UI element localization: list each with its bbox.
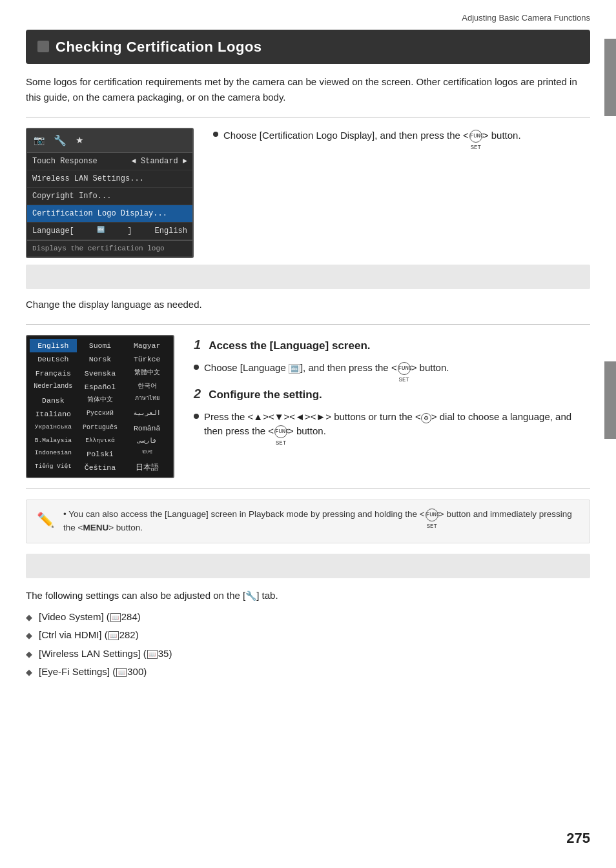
lang-cell-1-0: Deutsch (30, 352, 77, 366)
list-item-3-text: [Wireless LAN Settings] (📖35) (39, 647, 172, 661)
list-item-1: ◆ [Video System] (📖284) (26, 610, 590, 625)
menu-row-2: Wireless LAN Settings... (27, 170, 192, 188)
section-title: Checking Certification Logos (56, 36, 262, 57)
book-icon-4: 📖 (116, 668, 127, 677)
gray-box-2 (26, 554, 590, 578)
steps-area: 1 Access the [Language] screen. Choose [… (194, 335, 590, 448)
lang-icon: 🔤 (97, 225, 105, 237)
lang-cell-8-1: Polski (77, 447, 124, 461)
lang-cell-9-1: Čeština (77, 461, 124, 474)
bottom-intro-text: The following settings can also be adjus… (26, 589, 590, 603)
book-icon-2: 📖 (108, 631, 119, 640)
lang-cell-6-1: Português (77, 421, 124, 435)
func-set-icon-1: FUNCSET (469, 130, 482, 143)
tab-icon: 🔧 (245, 590, 256, 601)
lang-cell-5-1: Русский (77, 407, 124, 421)
lang-cell-4-2: ภาษาไทย (123, 394, 170, 407)
book-icon-3: 📖 (147, 650, 158, 659)
list-item-3: ◆ [Wireless LAN Settings] (📖35) (26, 647, 590, 661)
menu-label-2: Wireless LAN Settings... (32, 173, 144, 185)
right-tab-2 (604, 361, 616, 439)
list-item-1-text: [Video System] (📖284) (39, 610, 141, 625)
camera-screen-area: 📷 🔧 ★ Touch Response ◄ Standard ► Wirele… (26, 128, 590, 259)
lang-cell-0-0: English (30, 339, 77, 352)
divider-2 (26, 324, 590, 325)
list-item-2-text: [Ctrl via HDMI] (📖282) (39, 628, 139, 643)
lang-cell-5-0: Italiano (30, 407, 77, 421)
cam-icon-wrench: 🔧 (54, 133, 67, 148)
bullet-circle-3 (194, 414, 199, 419)
divider-1 (26, 117, 590, 117)
lang-cell-6-0: Українська (30, 421, 77, 435)
menu-row-4-selected: Certification Logo Display... (27, 205, 192, 223)
step-2: 2 Configure the setting. Press the <▲><▼… (194, 384, 590, 439)
lang-row-7: B.Malaysia Ελληνικά فارسی (30, 435, 170, 447)
step-1-text: Choose [Language 🔤], and then press the … (204, 361, 449, 376)
lang-cell-3-2: 한국어 (123, 380, 170, 394)
lang-cell-2-0: Français (30, 367, 77, 380)
menu-row-5: Language[🔤] English (27, 223, 192, 240)
divider-3 (26, 489, 590, 489)
lang-row-9: Tiếng Việt Čeština 日本語 (30, 461, 170, 474)
step-2-number: 2 (194, 384, 201, 403)
bullet-4: ◆ (26, 666, 32, 679)
instruction-text-1: Choose [Certification Logo Display], and… (223, 128, 521, 143)
lang-row-0: English Suomi Magyar (30, 339, 170, 352)
section-title-box: Checking Certification Logos (26, 30, 590, 64)
bottom-list: ◆ [Video System] (📖284) ◆ [Ctrl via HDMI… (26, 610, 590, 680)
lang-cell-0-2: Magyar (123, 339, 170, 352)
lang-cell-9-2: 日本語 (123, 461, 170, 474)
bullet-2: ◆ (26, 629, 32, 642)
lang-cell-1-1: Norsk (77, 352, 124, 366)
step-2-header: 2 Configure the setting. (194, 384, 590, 407)
bullet-circle-1 (213, 132, 218, 137)
lang-cell-7-2: فارسی (123, 435, 170, 447)
camera-screen: 📷 🔧 ★ Touch Response ◄ Standard ► Wirele… (26, 128, 194, 259)
lang-cell-2-2: 繁體中文 (123, 367, 170, 380)
lang-cell-8-2: বাংলা (123, 447, 170, 461)
menu-label-1: Touch Response (32, 156, 98, 167)
lang-cell-9-0: Tiếng Việt (30, 461, 77, 474)
bullet-1: ◆ (26, 611, 32, 624)
lang-row-2: Français Svenska 繁體中文 (30, 367, 170, 380)
lang-cell-0-1: Suomi (77, 339, 124, 352)
intro-text: Some logos for certification requirement… (26, 74, 590, 105)
lang-cell-1-2: Türkce (123, 352, 170, 366)
bullet-3: ◆ (26, 648, 32, 661)
camera-screen-top: 📷 🔧 ★ (27, 129, 192, 153)
step-1-number: 1 (194, 335, 201, 354)
menu-value-1: ◄ Standard ► (132, 156, 187, 167)
cam-icon-camera: 📷 (34, 134, 45, 147)
lang-row-8: Indonesian Polski বাংলা (30, 447, 170, 461)
lang-cell-4-1: 简体中文 (77, 394, 124, 407)
main-content: Checking Certification Logos Some logos … (0, 30, 616, 709)
lang-cell-7-0: B.Malaysia (30, 435, 77, 447)
step-2-title: Configure the setting. (209, 387, 322, 403)
page-header: Adjusting Basic Camera Functions (0, 0, 616, 30)
menu-label-3: Copyright Info... (32, 190, 111, 202)
step-1-instruction: Choose [Language 🔤], and then press the … (194, 361, 590, 376)
menu-value-5: English (155, 225, 187, 237)
lang-cell-8-0: Indonesian (30, 447, 77, 461)
instruction-area-1: Choose [Certification Logo Display], and… (213, 128, 521, 147)
lang-cell-3-1: Español (77, 380, 124, 394)
note-text: • You can also access the [Language] scr… (63, 508, 579, 535)
menu-row-1: Touch Response ◄ Standard ► (27, 153, 192, 170)
lang-cell-5-2: العربية (123, 407, 170, 421)
lang-screen: English Suomi Magyar Deutsch Norsk Türkc… (26, 335, 174, 478)
bullet-circle-2 (194, 365, 199, 370)
menu-label-4: Certification Logo Display... (32, 208, 167, 219)
lang-cell-4-0: Dansk (30, 394, 77, 407)
lang-row-3: Nederlands Español 한국어 (30, 380, 170, 394)
func-set-icon-4: FUNCSET (426, 509, 438, 521)
func-set-icon-2: FUNCSET (398, 362, 411, 375)
section-icon (37, 41, 49, 52)
step-2-instruction: Press the <▲><▼><◄><►> buttons or turn t… (194, 410, 590, 439)
right-tab-1 (604, 39, 616, 116)
menu-row-3: Copyright Info... (27, 188, 192, 205)
list-item-4-text: [Eye-Fi Settings] (📖300) (39, 665, 147, 680)
lang-row-1: Deutsch Norsk Türkce (30, 352, 170, 366)
gray-box-1 (26, 265, 590, 289)
step-1: 1 Access the [Language] screen. Choose [… (194, 335, 590, 375)
lang-section: English Suomi Magyar Deutsch Norsk Türkc… (26, 335, 590, 478)
